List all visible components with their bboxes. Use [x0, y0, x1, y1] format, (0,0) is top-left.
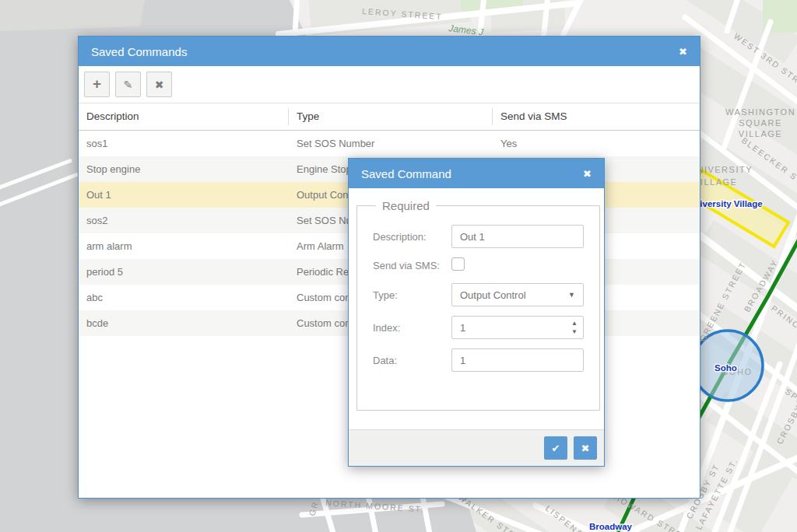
route-label-broadway: Broadway: [589, 522, 633, 531]
map-pier-platform: [0, 0, 145, 31]
table-header: Description Type Send via SMS: [79, 103, 700, 131]
delete-x-icon: ✖: [155, 79, 164, 90]
column-header-description[interactable]: Description: [79, 108, 289, 125]
cancel-x-icon: ✖: [581, 443, 590, 454]
close-icon[interactable]: ✖: [583, 169, 592, 179]
required-legend: Required: [376, 199, 436, 212]
type-label: Type:: [373, 289, 451, 301]
confirm-button[interactable]: ✔: [544, 436, 567, 460]
saved-command-dialog: Saved Command ✖ Required Description: Se…: [348, 158, 605, 467]
send-via-sms-label: Send via SMS:: [373, 260, 451, 271]
saved-commands-header[interactable]: Saved Commands ✖: [79, 37, 700, 66]
saved-command-body: Required Description: Send via SMS: Type…: [349, 188, 604, 429]
index-row: Index: ▲ ▼: [373, 316, 584, 339]
commands-toolbar: + ✎ ✖: [79, 66, 700, 103]
data-label: Data:: [373, 355, 451, 366]
cell-description: Stop engine: [79, 163, 289, 175]
delete-command-button[interactable]: ✖: [146, 72, 172, 97]
app-stage: LEROY STREET James J WEST 3RD STR WASHIN…: [0, 0, 797, 532]
checkmark-icon: ✔: [552, 443, 560, 454]
pencil-icon: ✎: [124, 79, 133, 90]
data-field[interactable]: [451, 348, 584, 372]
geofence-label-soho: Soho: [714, 363, 737, 373]
cell-description: sos1: [79, 138, 289, 149]
add-command-button[interactable]: +: [84, 72, 110, 97]
cell-type: Set SOS Number: [289, 138, 493, 149]
chevron-down-icon: ▼: [568, 292, 575, 299]
area-label-washington: WASHINGTON: [725, 107, 795, 117]
send-via-sms-checkbox[interactable]: [451, 257, 465, 271]
cell-description: arm alarm: [79, 240, 289, 252]
description-field[interactable]: [451, 225, 584, 248]
type-row: Type: Output Control ▼: [373, 283, 584, 306]
saved-commands-title: Saved Commands: [91, 45, 187, 58]
data-row: Data:: [373, 348, 584, 372]
column-header-type[interactable]: Type: [289, 108, 493, 125]
description-row: Description:: [373, 225, 584, 248]
spin-up-icon[interactable]: ▲: [571, 319, 578, 327]
type-select[interactable]: Output Control ▼: [451, 283, 584, 306]
cell-description: period 5: [79, 266, 289, 278]
saved-command-footer: ✔ ✖: [349, 429, 604, 466]
cell-description: Out 1: [79, 189, 289, 201]
close-icon[interactable]: ✖: [679, 47, 687, 57]
saved-command-header[interactable]: Saved Command ✖: [349, 159, 604, 188]
required-fieldset: Required Description: Send via SMS: Type…: [356, 199, 600, 411]
index-stepper[interactable]: [451, 316, 584, 339]
index-label: Index:: [373, 322, 451, 334]
description-label: Description:: [373, 231, 451, 243]
plus-icon: +: [93, 76, 101, 91]
cell-description: sos2: [79, 215, 289, 226]
cell-description: abc: [79, 292, 289, 303]
column-header-sms[interactable]: Send via SMS: [493, 108, 700, 125]
cell-description: bcde: [79, 317, 289, 329]
edit-command-button[interactable]: ✎: [115, 72, 141, 97]
stepper-arrows[interactable]: ▲ ▼: [571, 319, 578, 336]
cancel-button[interactable]: ✖: [574, 436, 597, 460]
area-label-square: SQUARE: [739, 118, 781, 128]
table-row[interactable]: sos1 Set SOS Number Yes: [79, 131, 700, 156]
saved-command-title: Saved Command: [361, 167, 451, 180]
spin-down-icon[interactable]: ▼: [571, 327, 578, 336]
cell-sms: Yes: [493, 138, 700, 149]
send-via-sms-row: Send via SMS:: [373, 257, 584, 274]
type-select-value: Output Control: [460, 289, 526, 301]
